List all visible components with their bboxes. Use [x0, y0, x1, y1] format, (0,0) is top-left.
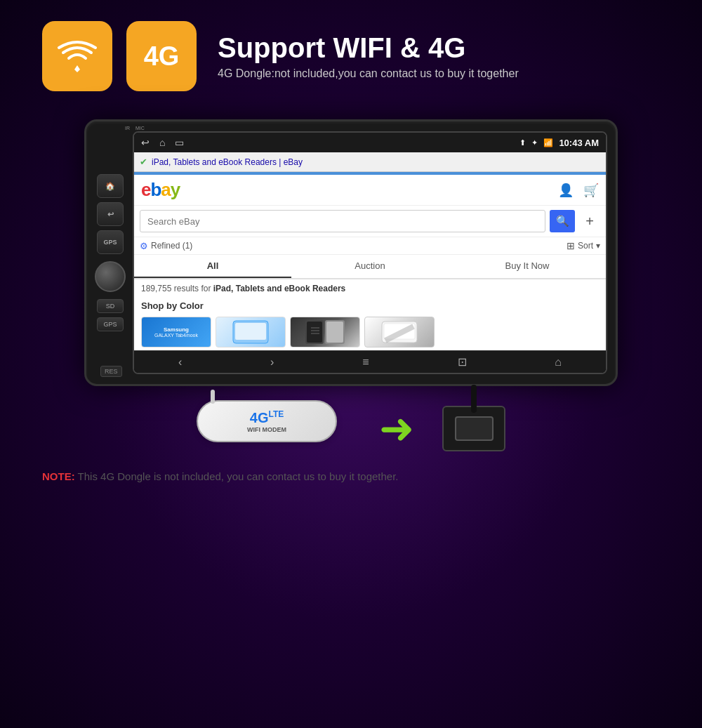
add-search-button[interactable]: +	[579, 210, 600, 232]
ebay-tabs: All Auction Buy It Now	[134, 255, 606, 279]
usb-cable-wire	[471, 385, 477, 413]
ebay-content: ebay 👤 🛒 🔍 +	[134, 175, 606, 350]
ebay-header-icons: 👤 🛒	[558, 183, 599, 198]
android-bottom-nav: ‹ › ≡ ⊡ ⌂	[134, 350, 606, 373]
arrow-icon: ➜	[379, 404, 414, 453]
modem-body: 4GLTE WIFI MODEM	[197, 400, 337, 442]
recents-nav-icon[interactable]: ▭	[175, 137, 184, 148]
thumb-tablet[interactable]	[216, 317, 286, 348]
modem-wifi-label: WIFI MODEM	[247, 426, 286, 433]
location-icon: ⬆	[519, 138, 526, 147]
device-section: IR MIC 🏠 ↩ GPS SD GPS ↩ ⌂ ▭ ⬆ ✦	[0, 119, 702, 386]
color-thumbs: Samsung GALAXY Tab4/nook	[134, 314, 606, 350]
bottom-accessories-section: 4GLTE WIFI MODEM ➜	[0, 386, 702, 463]
refined-button[interactable]: ⚙ Refined (1)	[140, 241, 192, 251]
svg-rect-3	[307, 322, 322, 343]
back-bottom-icon[interactable]: ‹	[178, 356, 182, 369]
top-section: 4G Support WIFI & 4G 4G Dongle:not inclu…	[0, 0, 702, 112]
home-nav-icon[interactable]: ⌂	[159, 137, 165, 148]
home-bottom-icon[interactable]: ⌂	[555, 356, 562, 369]
top-text: Support WIFI & 4G 4G Dongle:not included…	[218, 32, 519, 80]
tab-auction[interactable]: Auction	[291, 255, 449, 278]
grid-icon: ⊞	[567, 240, 575, 251]
results-query: iPad, Tablets and eBook Readers	[213, 284, 346, 293]
home-button[interactable]: 🏠	[97, 174, 124, 198]
cart-icon[interactable]: 🛒	[583, 183, 599, 198]
support-subtitle: 4G Dongle:not included,you can contact u…	[218, 67, 519, 80]
res-button[interactable]: RES	[100, 366, 122, 377]
android-status-right: ⬆ ✦ 📶 10:43 AM	[519, 138, 599, 148]
gear-icon: ⚙	[140, 241, 148, 251]
usb-port	[455, 416, 494, 441]
bluetooth-icon: ✦	[531, 138, 538, 147]
modem-text: 4GLTE WIFI MODEM	[247, 409, 286, 433]
browser-url-bar[interactable]: ✔ iPad, Tablets and eBook Readers | eBay	[134, 152, 606, 172]
fourG-badge: 4G	[126, 21, 197, 91]
svg-rect-5	[326, 322, 343, 343]
modem-4g-label: 4GLTE	[250, 409, 284, 426]
tab-all[interactable]: All	[134, 255, 291, 278]
status-time: 10:43 AM	[559, 138, 599, 148]
search-button[interactable]: 🔍	[550, 210, 575, 232]
note-label: NOTE:	[42, 470, 75, 482]
chevron-down-icon: ▾	[596, 241, 600, 251]
knob[interactable]	[95, 261, 126, 292]
gps-button-1[interactable]: GPS	[97, 230, 124, 254]
side-controls-left: 🏠 ↩ GPS SD GPS	[95, 174, 126, 331]
support-title: Support WIFI & 4G	[218, 32, 519, 63]
car-stereo: IR MIC 🏠 ↩ GPS SD GPS ↩ ⌂ ▭ ⬆ ✦	[84, 119, 618, 386]
mic-label: MIC	[135, 126, 145, 131]
android-nav-icons: ↩ ⌂ ▭	[141, 137, 184, 148]
tab-buy-it-now[interactable]: Buy It Now	[449, 255, 606, 278]
refined-label: Refined (1)	[151, 241, 192, 251]
sort-label: Sort	[578, 241, 593, 251]
menu-bottom-icon[interactable]: ≡	[362, 356, 369, 369]
ebay-filter-bar: ⚙ Refined (1) ⊞ Sort ▾	[134, 237, 606, 255]
user-icon[interactable]: 👤	[558, 183, 574, 198]
forward-bottom-icon[interactable]: ›	[270, 356, 274, 369]
browser-url-text: iPad, Tablets and eBook Readers | eBay	[152, 157, 600, 167]
modem-antenna	[211, 390, 215, 404]
note-text: This 4G Dongle is not included, you can …	[78, 470, 399, 482]
search-icon: 🔍	[556, 215, 569, 227]
sd-button[interactable]: SD	[97, 299, 124, 313]
ebay-header: ebay 👤 🛒	[134, 175, 606, 206]
modem-image: 4GLTE WIFI MODEM	[197, 400, 351, 456]
gps-button-2[interactable]: GPS	[97, 317, 124, 331]
ebay-search-bar: 🔍 +	[134, 206, 606, 237]
thumb-samsung[interactable]: Samsung GALAXY Tab4/nook	[141, 317, 211, 348]
results-text: 189,755 results for iPad, Tablets and eB…	[134, 279, 606, 298]
android-status-bar: ↩ ⌂ ▭ ⬆ ✦ 📶 10:43 AM	[134, 133, 606, 152]
back-button[interactable]: ↩	[97, 202, 124, 226]
usb-connector-container	[442, 406, 505, 451]
tab-bottom-icon[interactable]: ⊡	[458, 355, 467, 369]
wifi-badge	[42, 21, 112, 91]
sort-button[interactable]: ⊞ Sort ▾	[567, 240, 600, 251]
ir-label: IR	[125, 126, 130, 131]
shop-by-color-heading: Shop by Color	[134, 298, 606, 314]
wifi-status-icon: 📶	[543, 138, 553, 147]
thumb-kindle[interactable]	[290, 317, 360, 348]
back-nav-icon[interactable]: ↩	[141, 137, 150, 148]
ssl-icon: ✔	[140, 157, 147, 167]
modem-container: 4GLTE WIFI MODEM	[197, 400, 351, 456]
thumb-white[interactable]	[364, 317, 435, 348]
svg-rect-1	[235, 323, 266, 340]
screen-container: ↩ ⌂ ▭ ⬆ ✦ 📶 10:43 AM ✔ iPad, Tablets and…	[133, 131, 607, 374]
search-input[interactable]	[140, 210, 545, 232]
ebay-logo: ebay	[141, 179, 180, 201]
ir-mic-labels: IR MIC	[125, 126, 145, 131]
note-section: NOTE: This 4G Dongle is not included, yo…	[0, 463, 702, 489]
